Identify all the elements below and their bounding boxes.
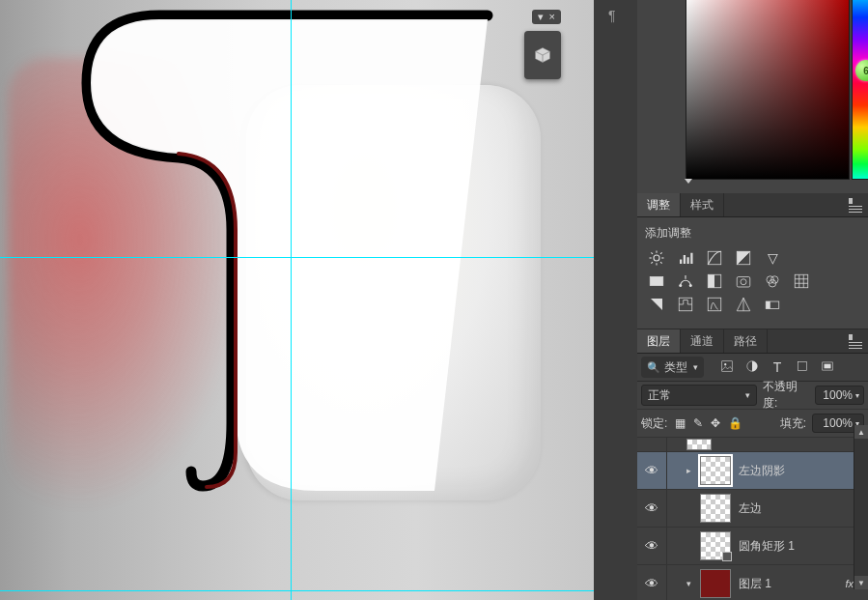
adjust-row-1: ▽ xyxy=(647,249,860,267)
visibility-toggle[interactable] xyxy=(637,438,667,451)
tab-channels[interactable]: 通道 xyxy=(681,329,724,353)
lock-position-icon[interactable]: ✥ xyxy=(711,416,720,430)
layer-name[interactable]: 图层 1 xyxy=(739,576,845,592)
lock-transparent-icon[interactable]: ▦ xyxy=(675,416,686,430)
svg-rect-25 xyxy=(795,274,808,288)
bw-icon[interactable] xyxy=(705,272,724,290)
blend-mode-combo[interactable]: 正常 ▾ xyxy=(641,385,757,406)
filter-adjust-icon[interactable] xyxy=(744,359,760,376)
chevron-down-icon: ▾ xyxy=(693,362,698,372)
widget-submenu-icon[interactable]: ▾ xyxy=(538,12,544,22)
blend-mode-label: 正常 xyxy=(648,387,671,404)
panel-menu-icon[interactable] xyxy=(849,198,862,213)
hue-strip[interactable] xyxy=(852,0,868,180)
tab-styles[interactable]: 样式 xyxy=(681,193,724,216)
layer-thumbnail[interactable] xyxy=(700,569,731,598)
3d-axis-widget[interactable]: ▾ × xyxy=(524,31,561,79)
filter-shape-icon[interactable] xyxy=(795,359,810,376)
canvas-area[interactable]: ▾ × xyxy=(0,0,594,600)
svg-point-17 xyxy=(679,284,682,287)
search-icon: 🔍 xyxy=(647,361,660,374)
hue-sat-icon[interactable] xyxy=(647,272,666,290)
svg-rect-11 xyxy=(687,257,689,264)
layers-panel: 🔍 类型 ▾ T 正常 ▾ 不透明度: 100% ▾ xyxy=(637,354,868,600)
guide-horizontal-1[interactable] xyxy=(0,257,594,258)
color-balance-icon[interactable] xyxy=(676,272,695,290)
svg-rect-10 xyxy=(684,255,686,264)
layer-row[interactable]: 👁 ▾ 图层 1 fx ▾ xyxy=(637,565,868,600)
adjust-row-2 xyxy=(647,272,860,290)
layer-name[interactable]: 左边阴影 xyxy=(739,463,862,479)
fill-value: 100% xyxy=(823,416,853,430)
brightness-icon[interactable] xyxy=(647,249,666,267)
svg-rect-38 xyxy=(798,361,806,370)
exposure-icon[interactable] xyxy=(734,249,753,267)
svg-rect-20 xyxy=(737,277,750,288)
layer-row[interactable]: 👁 左边 xyxy=(637,490,868,528)
color-panel: 6 xyxy=(637,0,868,193)
blend-mode-row: 正常 ▾ 不透明度: 100% ▾ xyxy=(637,382,868,410)
tab-paths[interactable]: 路径 xyxy=(724,329,768,353)
adjust-row-3 xyxy=(647,296,860,313)
scrollbar-vertical[interactable]: ▲ ▼ xyxy=(854,425,868,589)
svg-rect-34 xyxy=(766,301,770,309)
color-lookup-icon[interactable] xyxy=(792,272,811,290)
twirl-icon[interactable]: ▸ xyxy=(686,466,696,475)
filter-pixel-icon[interactable] xyxy=(719,359,735,376)
selective-color-icon[interactable] xyxy=(763,296,782,313)
twirl-icon[interactable]: ▾ xyxy=(686,579,696,588)
adjustments-tabstrip: 调整 样式 xyxy=(637,193,868,217)
visibility-toggle[interactable]: 👁 xyxy=(637,452,667,489)
color-field[interactable] xyxy=(686,0,850,180)
tab-layers[interactable]: 图层 xyxy=(637,329,681,353)
levels-icon[interactable] xyxy=(676,249,695,267)
layer-name[interactable]: 左边 xyxy=(739,500,862,517)
guide-horizontal-2[interactable] xyxy=(0,590,594,591)
scroll-up-button[interactable]: ▲ xyxy=(854,425,868,439)
layer-name[interactable]: 圆角矩形 1 xyxy=(739,538,862,555)
visibility-toggle[interactable]: 👁 xyxy=(637,565,667,600)
photo-filter-icon[interactable] xyxy=(734,272,753,290)
svg-point-21 xyxy=(741,279,746,285)
filter-type-label: 类型 xyxy=(664,359,687,376)
vibrance-icon[interactable]: ▽ xyxy=(763,249,782,267)
visibility-toggle[interactable]: 👁 xyxy=(637,490,667,527)
scroll-down-button[interactable]: ▼ xyxy=(854,576,868,589)
lock-all-icon[interactable]: 🔒 xyxy=(728,416,742,430)
layer-thumbnail[interactable] xyxy=(700,456,731,485)
adjustments-panel: 添加调整 ▽ xyxy=(637,217,868,329)
panel-menu-icon[interactable] xyxy=(849,334,862,349)
filter-text-icon[interactable]: T xyxy=(770,359,785,376)
filter-type-combo[interactable]: 🔍 类型 ▾ xyxy=(641,357,704,378)
layer-row[interactable]: 👁 ▸ 左边阴影 xyxy=(637,452,868,490)
channel-mixer-icon[interactable] xyxy=(763,272,782,290)
layer-row-partial[interactable] xyxy=(637,438,868,452)
layer-thumbnail xyxy=(686,439,712,450)
svg-rect-15 xyxy=(650,277,663,286)
tab-adjust[interactable]: 调整 xyxy=(637,193,681,216)
lock-image-icon[interactable]: ✎ xyxy=(693,416,703,430)
svg-line-6 xyxy=(660,262,662,264)
posterize-icon[interactable] xyxy=(676,296,695,313)
svg-rect-40 xyxy=(825,363,831,368)
curves-icon[interactable] xyxy=(705,249,724,267)
layer-row[interactable]: 👁 圆角矩形 1 xyxy=(637,528,868,565)
layers-tabstrip: 图层 通道 路径 xyxy=(637,329,868,354)
invert-icon[interactable] xyxy=(647,296,666,313)
visibility-toggle[interactable]: 👁 xyxy=(637,528,667,564)
threshold-icon[interactable] xyxy=(705,296,724,313)
widget-close-icon[interactable]: × xyxy=(549,12,555,22)
right-sidebar: 6 调整 样式 添加调整 ▽ xyxy=(637,0,868,600)
gradient-map-icon[interactable] xyxy=(734,296,753,313)
opacity-input[interactable]: 100% ▾ xyxy=(815,386,864,405)
paragraph-icon[interactable]: ¶ xyxy=(608,8,616,23)
filter-smart-icon[interactable] xyxy=(820,359,835,376)
layer-thumbnail[interactable] xyxy=(700,494,731,523)
svg-line-7 xyxy=(651,262,653,264)
layer-thumbnail[interactable] xyxy=(700,531,731,560)
opacity-label: 不透明度: xyxy=(763,379,809,412)
guide-vertical[interactable] xyxy=(291,0,292,600)
fx-badge[interactable]: fx xyxy=(845,578,854,589)
svg-point-36 xyxy=(724,363,726,365)
opacity-value: 100% xyxy=(823,388,853,402)
